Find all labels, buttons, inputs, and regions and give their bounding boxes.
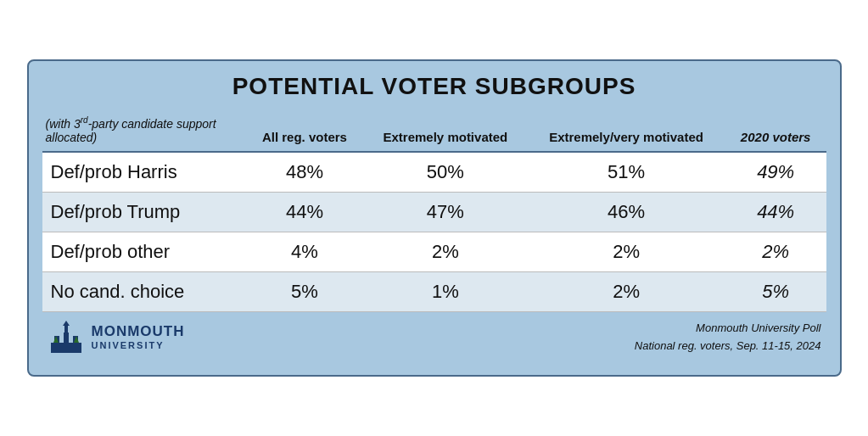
row-col4: 5%: [725, 271, 826, 311]
row-col3: 2%: [527, 271, 725, 311]
table-row: Def/prob Harris 48% 50% 51% 49%: [42, 152, 826, 193]
row-label: No cand. choice: [42, 271, 246, 311]
svg-rect-0: [51, 343, 81, 353]
row-col1: 44%: [246, 192, 364, 232]
row-col3: 46%: [527, 192, 725, 232]
data-table: (with 3rd-party candidate support alloca…: [42, 109, 826, 363]
header-col-label: (with 3rd-party candidate support alloca…: [42, 109, 246, 152]
row-label: Def/prob other: [42, 232, 246, 271]
row-col2: 47%: [363, 192, 527, 232]
svg-rect-2: [64, 333, 69, 343]
row-col3: 51%: [527, 152, 725, 193]
header-col3: Extremely/very motivated: [527, 109, 725, 152]
svg-rect-4: [64, 326, 68, 333]
logo-monmouth-text: MONMOUTH: [92, 324, 185, 340]
logo-university-text: UNIVERSITY: [92, 340, 185, 350]
row-label: Def/prob Harris: [42, 152, 246, 193]
row-col4: 49%: [725, 152, 826, 193]
row-col2: 1%: [363, 271, 527, 311]
card-title: POTENTIAL VOTER SUBGROUPS: [42, 73, 826, 100]
header-col2: Extremely motivated: [363, 109, 527, 152]
row-col2: 2%: [363, 232, 527, 271]
footer-poll-info: Monmouth University Poll National reg. v…: [363, 311, 826, 363]
table-row: No cand. choice 5% 1% 2% 5%: [42, 271, 826, 311]
poll-line2: National reg. voters, Sep. 11-15, 2024: [368, 338, 820, 355]
card: POTENTIAL VOTER SUBGROUPS (with 3rd-part…: [27, 59, 842, 377]
row-col2: 50%: [363, 152, 527, 193]
row-col1: 48%: [246, 152, 364, 193]
row-col1: 4%: [246, 232, 364, 271]
poll-line1: Monmouth University Poll: [368, 320, 820, 338]
row-col4: 2%: [725, 232, 826, 271]
footer-logo-cell: MONMOUTH UNIVERSITY: [42, 311, 364, 363]
svg-marker-5: [63, 321, 70, 326]
table-row: Def/prob other 4% 2% 2% 2%: [42, 232, 826, 271]
table-row: Def/prob Trump 44% 47% 46% 44%: [42, 192, 826, 232]
row-col1: 5%: [246, 271, 364, 311]
row-col3: 2%: [527, 232, 725, 271]
row-col4: 44%: [725, 192, 826, 232]
header-col4: 2020 voters: [725, 109, 826, 152]
monmouth-logo-icon: [48, 319, 85, 356]
header-col1: All reg. voters: [246, 109, 364, 152]
row-label: Def/prob Trump: [42, 192, 246, 232]
